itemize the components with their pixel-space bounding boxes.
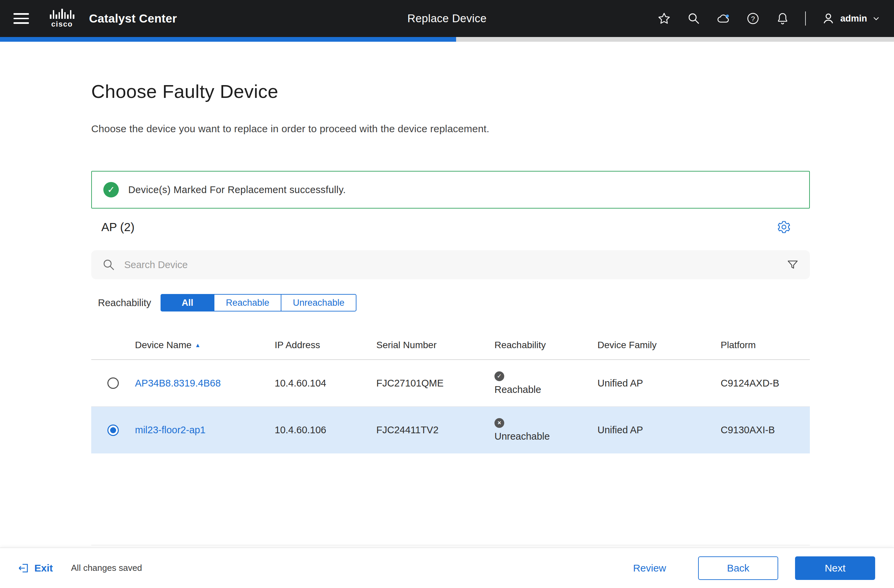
reachability-text: Reachable — [494, 384, 541, 395]
table-row-selected[interactable]: mil23-floor2-ap1 10.4.60.106 FJC24411TV2… — [91, 407, 810, 454]
platform-cell: C9130AXI-B — [721, 425, 810, 436]
back-button[interactable]: Back — [698, 556, 778, 580]
search-icon[interactable] — [687, 11, 701, 26]
review-link[interactable]: Review — [633, 562, 666, 574]
exit-label: Exit — [34, 562, 53, 574]
save-status-text: All changes saved — [71, 563, 142, 573]
reachability-cell: ✓ Reachable — [494, 371, 598, 395]
serial-number-cell: FJC24411TV2 — [376, 425, 494, 436]
top-bar-actions: ? admin — [657, 11, 880, 26]
device-name-link[interactable]: AP34B8.8319.4B68 — [135, 378, 275, 389]
filter-all-button[interactable]: All — [160, 294, 214, 312]
footer-actions: Review Back Next — [633, 556, 875, 580]
chevron-down-icon — [872, 14, 880, 23]
workflow-title: Replace Device — [407, 12, 486, 25]
page-subtitle: Choose the device you want to replace in… — [91, 123, 810, 134]
filter-reachable-button[interactable]: Reachable — [214, 294, 281, 312]
cisco-logo-text: cisco — [51, 20, 73, 29]
reachability-text: Unreachable — [494, 431, 550, 442]
menu-icon[interactable] — [14, 13, 29, 24]
footer-bar: Exit All changes saved Review Back Next — [0, 547, 894, 588]
column-header-device-family[interactable]: Device Family — [598, 340, 721, 351]
reachability-segmented-control: All Reachable Unreachable — [160, 294, 356, 312]
reachability-filter-row: Reachability All Reachable Unreachable — [91, 294, 810, 312]
search-device-icon — [102, 258, 115, 271]
page-title: Choose Faulty Device — [91, 80, 810, 102]
unreachable-close-icon: × — [494, 418, 504, 428]
user-menu[interactable]: admin — [821, 11, 880, 26]
top-bar-divider — [805, 11, 806, 26]
table-section-header: AP (2) — [91, 220, 810, 234]
row-radio-selected[interactable] — [107, 425, 119, 436]
sort-ascending-icon: ▲ — [195, 342, 201, 348]
section-label: AP (2) — [101, 220, 134, 234]
row-radio-unselected[interactable] — [107, 377, 119, 389]
user-name: admin — [840, 14, 867, 24]
ip-address-cell: 10.4.60.104 — [275, 378, 376, 389]
column-header-platform[interactable]: Platform — [721, 340, 810, 351]
column-header-reachability[interactable]: Reachability — [494, 340, 598, 351]
exit-arrow-icon — [18, 562, 30, 574]
ip-address-cell: 10.4.60.106 — [275, 425, 376, 436]
success-alert: ✓ Device(s) Marked For Replacement succe… — [91, 171, 810, 208]
success-alert-message: Device(s) Marked For Replacement success… — [128, 184, 346, 196]
help-icon[interactable]: ? — [746, 11, 760, 26]
table-row[interactable]: AP34B8.8319.4B68 10.4.60.104 FJC27101QME… — [91, 360, 810, 407]
search-bar — [91, 250, 810, 279]
platform-cell: C9124AXD-B — [721, 378, 810, 389]
top-bar: cisco Catalyst Center Replace Device ? — [0, 0, 894, 37]
gear-icon[interactable] — [777, 220, 791, 234]
user-avatar-icon — [821, 11, 835, 26]
favorites-star-icon[interactable] — [657, 11, 671, 26]
success-check-icon: ✓ — [103, 182, 119, 198]
next-button[interactable]: Next — [795, 556, 875, 580]
main-content: Choose Faulty Device Choose the device y… — [91, 42, 810, 545]
column-header-serial-number[interactable]: Serial Number — [376, 340, 494, 351]
search-input[interactable] — [124, 259, 778, 271]
device-family-cell: Unified AP — [598, 378, 721, 389]
device-name-link[interactable]: mil23-floor2-ap1 — [135, 425, 275, 436]
brand-title: Catalyst Center — [89, 12, 177, 25]
device-family-cell: Unified AP — [598, 425, 721, 436]
column-header-device-name[interactable]: Device Name▲ — [135, 340, 275, 351]
column-header-ip-address[interactable]: IP Address — [275, 340, 376, 351]
table-bottom-divider — [91, 545, 810, 545]
workflow-progress-bar — [0, 37, 894, 42]
filter-funnel-icon[interactable] — [786, 258, 799, 271]
page: cisco Catalyst Center Replace Device ? — [0, 0, 894, 588]
svg-text:?: ? — [751, 15, 755, 23]
table-header-row: Device Name▲ IP Address Serial Number Re… — [91, 334, 810, 360]
cisco-logo-bars — [50, 9, 74, 19]
notifications-bell-icon[interactable] — [776, 11, 790, 26]
reachability-label: Reachability — [98, 297, 151, 309]
cisco-logo: cisco — [50, 9, 74, 29]
cloud-status-icon[interactable] — [716, 11, 731, 26]
exit-button[interactable]: Exit — [18, 562, 53, 574]
filter-unreachable-button[interactable]: Unreachable — [281, 294, 356, 312]
serial-number-cell: FJC27101QME — [376, 378, 494, 389]
reachability-cell: × Unreachable — [494, 418, 598, 442]
progress-fill — [0, 37, 456, 42]
reachable-check-icon: ✓ — [494, 371, 504, 381]
device-table: Device Name▲ IP Address Serial Number Re… — [91, 334, 810, 545]
